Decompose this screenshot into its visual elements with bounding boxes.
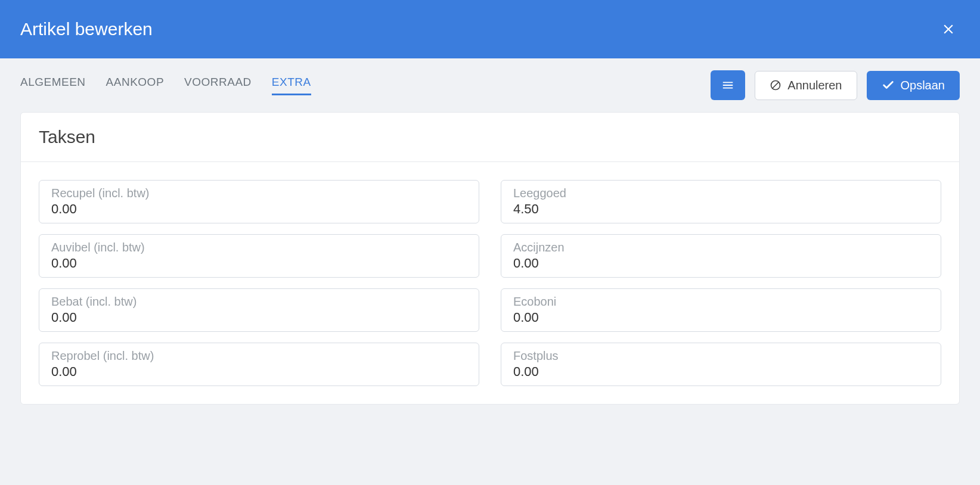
check-icon (882, 79, 895, 92)
auvibel-label: Auvibel (incl. btw) (51, 241, 467, 254)
cancel-button-label: Annuleren (787, 79, 842, 92)
tab-bar: ALGEMEEN AANKOOP VOORRAAD EXTRA (20, 76, 311, 95)
reprobel-field[interactable]: Reprobel (incl. btw) (39, 343, 479, 386)
close-icon (941, 21, 956, 37)
taksen-panel: Taksen Recupel (incl. btw) Leeggoed Auvi… (20, 112, 960, 405)
recupel-input[interactable] (51, 200, 467, 217)
bebat-input[interactable] (51, 309, 467, 325)
recupel-label: Recupel (incl. btw) (51, 186, 467, 200)
tab-extra[interactable]: EXTRA (272, 76, 311, 95)
tab-voorraad[interactable]: VOORRAAD (184, 76, 252, 95)
menu-button[interactable] (711, 70, 745, 100)
accijnzen-input[interactable] (513, 254, 929, 271)
ecoboni-field[interactable]: Ecoboni (501, 288, 941, 332)
reprobel-label: Reprobel (incl. btw) (51, 349, 467, 363)
save-button-label: Opslaan (901, 79, 945, 92)
reprobel-input[interactable] (51, 363, 467, 380)
fostplus-input[interactable] (513, 363, 929, 380)
cancel-button[interactable]: Annuleren (755, 71, 857, 100)
tab-aankoop[interactable]: AANKOOP (106, 76, 164, 95)
fostplus-label: Fostplus (513, 349, 929, 363)
auvibel-input[interactable] (51, 254, 467, 271)
ecoboni-input[interactable] (513, 309, 929, 325)
panel-body: Recupel (incl. btw) Leeggoed Auvibel (in… (21, 162, 959, 404)
modal-title: Artikel bewerken (20, 19, 153, 39)
leeggoed-label: Leeggoed (513, 186, 929, 200)
toolbar: ALGEMEEN AANKOOP VOORRAAD EXTRA Annulere… (0, 58, 980, 112)
recupel-field[interactable]: Recupel (incl. btw) (39, 180, 479, 223)
cancel-icon (770, 79, 781, 91)
close-button[interactable] (937, 18, 960, 41)
tab-algemeen[interactable]: ALGEMEEN (20, 76, 86, 95)
leeggoed-input[interactable] (513, 200, 929, 217)
accijnzen-field[interactable]: Accijnzen (501, 234, 941, 278)
modal-header: Artikel bewerken (0, 0, 980, 58)
panel-title: Taksen (39, 127, 941, 147)
action-bar: Annuleren Opslaan (711, 70, 960, 100)
auvibel-field[interactable]: Auvibel (incl. btw) (39, 234, 479, 278)
fields-grid: Recupel (incl. btw) Leeggoed Auvibel (in… (39, 180, 941, 386)
accijnzen-label: Accijnzen (513, 241, 929, 254)
hamburger-icon (721, 79, 734, 92)
leeggoed-field[interactable]: Leeggoed (501, 180, 941, 223)
save-button[interactable]: Opslaan (867, 71, 960, 100)
ecoboni-label: Ecoboni (513, 295, 929, 309)
panel-header: Taksen (21, 113, 959, 162)
bebat-label: Bebat (incl. btw) (51, 295, 467, 309)
bebat-field[interactable]: Bebat (incl. btw) (39, 288, 479, 332)
svg-line-1 (773, 82, 779, 88)
fostplus-field[interactable]: Fostplus (501, 343, 941, 386)
